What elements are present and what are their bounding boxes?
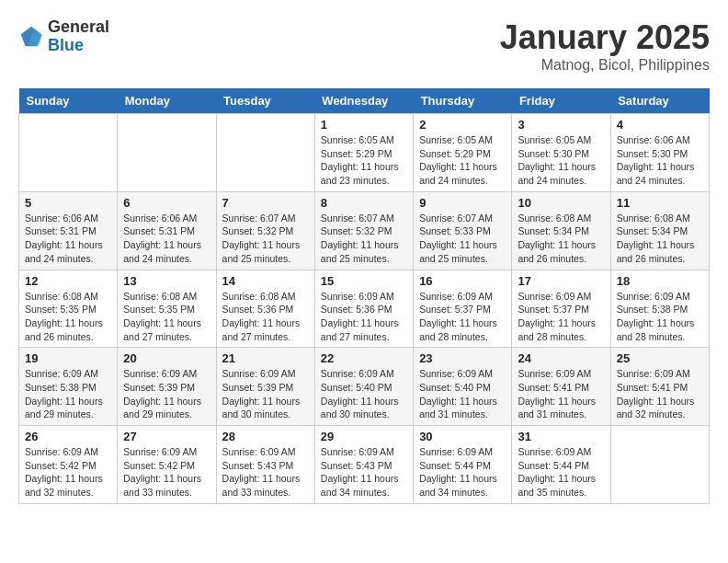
day-number: 8 [321, 196, 407, 210]
weekday-header-friday: Friday [512, 88, 610, 114]
day-info: Sunrise: 6:09 AMSunset: 5:42 PMDaylight:… [123, 445, 210, 500]
day-number: 18 [617, 274, 703, 288]
day-number: 21 [222, 351, 309, 365]
day-number: 12 [25, 274, 111, 288]
day-cell: 9Sunrise: 6:07 AMSunset: 5:33 PMDaylight… [414, 191, 512, 270]
day-info: Sunrise: 6:09 AMSunset: 5:39 PMDaylight:… [222, 367, 309, 421]
day-number: 13 [123, 274, 210, 288]
day-cell: 25Sunrise: 6:09 AMSunset: 5:41 PMDayligh… [610, 348, 709, 426]
day-cell: 11Sunrise: 6:08 AMSunset: 5:34 PMDayligh… [610, 191, 709, 270]
day-cell: 14Sunrise: 6:08 AMSunset: 5:36 PMDayligh… [216, 270, 314, 348]
weekday-header-tuesday: Tuesday [216, 88, 314, 114]
day-info: Sunrise: 6:07 AMSunset: 5:33 PMDaylight:… [419, 212, 506, 266]
day-number: 15 [321, 274, 407, 288]
weekday-header-wednesday: Wednesday [314, 88, 413, 114]
day-number: 11 [617, 196, 703, 210]
day-cell: 24Sunrise: 6:09 AMSunset: 5:41 PMDayligh… [512, 348, 610, 426]
day-cell: 12Sunrise: 6:08 AMSunset: 5:35 PMDayligh… [19, 270, 118, 348]
day-number: 28 [222, 430, 309, 443]
day-number: 29 [321, 430, 407, 443]
day-number: 14 [222, 274, 309, 288]
day-number: 5 [25, 196, 111, 210]
day-number: 20 [123, 351, 210, 365]
day-number: 27 [123, 430, 210, 443]
day-info: Sunrise: 6:09 AMSunset: 5:44 PMDaylight:… [419, 445, 506, 500]
day-cell: 26Sunrise: 6:09 AMSunset: 5:42 PMDayligh… [19, 426, 118, 504]
day-info: Sunrise: 6:09 AMSunset: 5:44 PMDaylight:… [518, 445, 604, 500]
day-cell: 5Sunrise: 6:06 AMSunset: 5:31 PMDaylight… [19, 191, 118, 270]
day-number: 10 [518, 196, 604, 210]
day-cell: 28Sunrise: 6:09 AMSunset: 5:43 PMDayligh… [216, 426, 314, 504]
day-number: 24 [518, 351, 604, 365]
day-cell [216, 114, 314, 192]
day-cell: 29Sunrise: 6:09 AMSunset: 5:43 PMDayligh… [314, 426, 413, 504]
logo-general-text: General [48, 18, 109, 37]
day-number: 16 [419, 274, 506, 288]
day-info: Sunrise: 6:08 AMSunset: 5:34 PMDaylight:… [518, 212, 604, 266]
week-row-2: 5Sunrise: 6:06 AMSunset: 5:31 PMDaylight… [19, 191, 710, 270]
day-info: Sunrise: 6:07 AMSunset: 5:32 PMDaylight:… [321, 212, 407, 266]
day-info: Sunrise: 6:09 AMSunset: 5:36 PMDaylight:… [321, 290, 407, 344]
day-info: Sunrise: 6:09 AMSunset: 5:43 PMDaylight:… [222, 445, 309, 500]
day-cell: 27Sunrise: 6:09 AMSunset: 5:42 PMDayligh… [118, 426, 216, 504]
weekday-header-row: SundayMondayTuesdayWednesdayThursdayFrid… [19, 88, 710, 114]
day-cell: 22Sunrise: 6:09 AMSunset: 5:40 PMDayligh… [314, 348, 413, 426]
day-info: Sunrise: 6:09 AMSunset: 5:41 PMDaylight:… [518, 367, 604, 421]
day-cell: 23Sunrise: 6:09 AMSunset: 5:40 PMDayligh… [414, 348, 512, 426]
day-info: Sunrise: 6:09 AMSunset: 5:39 PMDaylight:… [123, 367, 210, 421]
weekday-header-thursday: Thursday [414, 88, 512, 114]
day-cell: 10Sunrise: 6:08 AMSunset: 5:34 PMDayligh… [512, 191, 610, 270]
location: Matnog, Bicol, Philippines [500, 57, 710, 74]
day-info: Sunrise: 6:09 AMSunset: 5:41 PMDaylight:… [617, 367, 703, 421]
weekday-header-sunday: Sunday [19, 88, 118, 114]
day-cell: 2Sunrise: 6:05 AMSunset: 5:29 PMDaylight… [414, 114, 512, 192]
day-cell: 19Sunrise: 6:09 AMSunset: 5:38 PMDayligh… [19, 348, 118, 426]
day-number: 31 [518, 430, 604, 443]
day-cell: 3Sunrise: 6:05 AMSunset: 5:30 PMDaylight… [512, 114, 610, 192]
day-info: Sunrise: 6:05 AMSunset: 5:29 PMDaylight:… [321, 133, 407, 188]
day-info: Sunrise: 6:08 AMSunset: 5:35 PMDaylight:… [25, 290, 111, 344]
day-number: 7 [222, 196, 309, 210]
day-number: 22 [321, 351, 407, 365]
day-number: 26 [25, 430, 111, 443]
day-info: Sunrise: 6:06 AMSunset: 5:31 PMDaylight:… [123, 212, 210, 266]
day-cell [118, 114, 216, 192]
weekday-header-saturday: Saturday [610, 88, 709, 114]
day-info: Sunrise: 6:09 AMSunset: 5:37 PMDaylight:… [518, 290, 604, 344]
day-info: Sunrise: 6:09 AMSunset: 5:40 PMDaylight:… [419, 367, 506, 421]
day-cell: 15Sunrise: 6:09 AMSunset: 5:36 PMDayligh… [314, 270, 413, 348]
day-info: Sunrise: 6:09 AMSunset: 5:43 PMDaylight:… [321, 445, 407, 500]
week-row-3: 12Sunrise: 6:08 AMSunset: 5:35 PMDayligh… [19, 270, 710, 348]
day-number: 6 [123, 196, 210, 210]
day-info: Sunrise: 6:09 AMSunset: 5:38 PMDaylight:… [617, 290, 703, 344]
day-number: 19 [25, 351, 111, 365]
weekday-header-monday: Monday [118, 88, 216, 114]
day-number: 2 [419, 118, 506, 132]
day-cell: 13Sunrise: 6:08 AMSunset: 5:35 PMDayligh… [118, 270, 216, 348]
day-number: 23 [419, 351, 506, 365]
week-row-1: 1Sunrise: 6:05 AMSunset: 5:29 PMDaylight… [19, 114, 710, 192]
month-title: January 2025 [500, 18, 710, 57]
day-cell: 21Sunrise: 6:09 AMSunset: 5:39 PMDayligh… [216, 348, 314, 426]
day-cell: 4Sunrise: 6:06 AMSunset: 5:30 PMDaylight… [610, 114, 709, 192]
day-cell [610, 426, 709, 504]
day-info: Sunrise: 6:08 AMSunset: 5:34 PMDaylight:… [617, 212, 703, 266]
week-row-5: 26Sunrise: 6:09 AMSunset: 5:42 PMDayligh… [19, 426, 710, 504]
day-cell: 16Sunrise: 6:09 AMSunset: 5:37 PMDayligh… [414, 270, 512, 348]
week-row-4: 19Sunrise: 6:09 AMSunset: 5:38 PMDayligh… [19, 348, 710, 426]
day-info: Sunrise: 6:09 AMSunset: 5:40 PMDaylight:… [321, 367, 407, 421]
day-cell: 20Sunrise: 6:09 AMSunset: 5:39 PMDayligh… [118, 348, 216, 426]
day-cell [19, 114, 118, 192]
day-number: 9 [419, 196, 506, 210]
day-info: Sunrise: 6:08 AMSunset: 5:35 PMDaylight:… [123, 290, 210, 344]
day-cell: 8Sunrise: 6:07 AMSunset: 5:32 PMDaylight… [314, 191, 413, 270]
day-info: Sunrise: 6:07 AMSunset: 5:32 PMDaylight:… [222, 212, 309, 266]
day-info: Sunrise: 6:09 AMSunset: 5:37 PMDaylight:… [419, 290, 506, 344]
day-cell: 7Sunrise: 6:07 AMSunset: 5:32 PMDaylight… [216, 191, 314, 270]
logo: General Blue [18, 18, 109, 55]
day-cell: 1Sunrise: 6:05 AMSunset: 5:29 PMDaylight… [314, 114, 413, 192]
day-cell: 31Sunrise: 6:09 AMSunset: 5:44 PMDayligh… [512, 426, 610, 504]
day-info: Sunrise: 6:05 AMSunset: 5:30 PMDaylight:… [518, 133, 604, 188]
day-number: 30 [419, 430, 506, 443]
day-info: Sunrise: 6:06 AMSunset: 5:30 PMDaylight:… [617, 133, 703, 188]
